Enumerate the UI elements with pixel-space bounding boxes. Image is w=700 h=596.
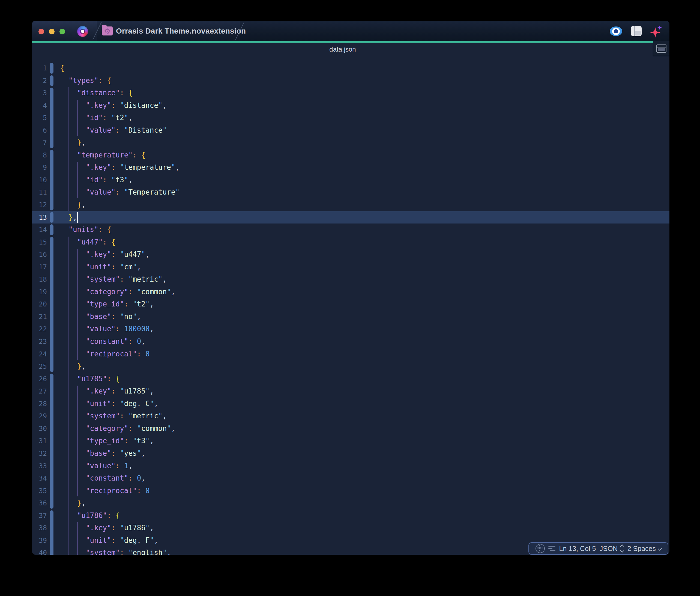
code-line-9[interactable]: 9 ".key": "temperature", bbox=[32, 161, 670, 174]
line-number[interactable]: 40 bbox=[32, 547, 47, 555]
code-line-24[interactable]: 24 "reciprocal": 0 bbox=[32, 348, 670, 361]
line-number[interactable]: 22 bbox=[32, 323, 47, 336]
code-line-18[interactable]: 18 "system": "metric", bbox=[32, 273, 670, 286]
line-number[interactable]: 14 bbox=[32, 224, 47, 236]
code-line-8[interactable]: 8 "temperature": { bbox=[32, 149, 670, 162]
line-number[interactable]: 37 bbox=[32, 510, 47, 522]
line-number[interactable]: 26 bbox=[32, 373, 47, 385]
code-line-11[interactable]: 11 "value": "Temperature" bbox=[32, 186, 670, 199]
line-number[interactable]: 10 bbox=[32, 174, 47, 187]
code-line-12[interactable]: 12 }, bbox=[32, 199, 670, 211]
code-line-30[interactable]: 30 "category": "common", bbox=[32, 422, 670, 435]
line-number[interactable]: 24 bbox=[32, 348, 47, 361]
code-line-5[interactable]: 5 "id": "t2", bbox=[32, 111, 670, 124]
line-number[interactable]: 34 bbox=[32, 472, 47, 485]
code-token bbox=[133, 474, 137, 482]
line-number[interactable]: 32 bbox=[32, 447, 47, 460]
minimize-button[interactable] bbox=[49, 29, 55, 34]
code-line-38[interactable]: 38 ".key": "u1786", bbox=[32, 522, 670, 534]
status-bar[interactable]: Ln 13, Col 5 JSON 2 Spaces bbox=[528, 542, 668, 555]
code-line-21[interactable]: 21 "base": "no", bbox=[32, 311, 670, 323]
zoom-button[interactable] bbox=[59, 29, 65, 34]
code-line-35[interactable]: 35 "reciprocal": 0 bbox=[32, 485, 670, 497]
line-number[interactable]: 5 bbox=[32, 111, 47, 124]
toggle-panel-icon[interactable] bbox=[631, 26, 642, 36]
code-token: : bbox=[111, 387, 116, 395]
line-number[interactable]: 2 bbox=[32, 74, 47, 87]
line-number[interactable]: 8 bbox=[32, 149, 47, 162]
code-line-36[interactable]: 36 }, bbox=[32, 497, 670, 510]
line-number[interactable]: 38 bbox=[32, 522, 47, 534]
code-line-37[interactable]: 37 "u1786": { bbox=[32, 510, 670, 522]
code-line-16[interactable]: 16 ".key": "u447", bbox=[32, 248, 670, 261]
line-number[interactable]: 11 bbox=[32, 186, 47, 199]
line-number[interactable]: 15 bbox=[32, 236, 47, 249]
close-button[interactable] bbox=[38, 29, 44, 34]
line-number[interactable]: 12 bbox=[32, 199, 47, 211]
line-number[interactable]: 31 bbox=[32, 435, 47, 447]
code-line-26[interactable]: 26 "u1785": { bbox=[32, 373, 670, 385]
code-token: " bbox=[120, 250, 124, 258]
editor-split-button[interactable] bbox=[653, 41, 670, 56]
code-token: : bbox=[128, 424, 133, 432]
code-line-33[interactable]: 33 "value": 1, bbox=[32, 460, 670, 472]
code-line-19[interactable]: 19 "category": "common", bbox=[32, 286, 670, 298]
line-number[interactable]: 21 bbox=[32, 311, 47, 323]
line-number[interactable]: 27 bbox=[32, 385, 47, 398]
line-summary-icon[interactable] bbox=[548, 546, 555, 551]
titlebar[interactable]: ⚙ Orrasis Dark Theme.novaextension bbox=[32, 21, 670, 41]
code-editor[interactable]: 1{2 "types": {3 "distance": {4 ".key": "… bbox=[32, 56, 670, 555]
line-number[interactable]: 19 bbox=[32, 286, 47, 298]
line-number[interactable]: 23 bbox=[32, 336, 47, 348]
code-line-20[interactable]: 20 "type_id": "t2", bbox=[32, 298, 670, 311]
line-number[interactable]: 36 bbox=[32, 497, 47, 510]
code-line-32[interactable]: 32 "base": "yes", bbox=[32, 447, 670, 460]
code-line-7[interactable]: 7 }, bbox=[32, 136, 670, 149]
line-number[interactable]: 35 bbox=[32, 485, 47, 497]
code-line-2[interactable]: 2 "types": { bbox=[32, 74, 670, 87]
line-number[interactable]: 13 bbox=[32, 211, 47, 224]
line-number[interactable]: 29 bbox=[32, 410, 47, 422]
code-line-15[interactable]: 15 "u447": { bbox=[32, 236, 670, 249]
code-token bbox=[60, 313, 86, 321]
line-number[interactable]: 4 bbox=[32, 99, 47, 112]
tab-data-json[interactable]: data.json bbox=[329, 46, 356, 53]
line-number[interactable]: 33 bbox=[32, 460, 47, 472]
code-line-34[interactable]: 34 "constant": 0, bbox=[32, 472, 670, 485]
line-number[interactable]: 16 bbox=[32, 248, 47, 261]
line-number[interactable]: 9 bbox=[32, 161, 47, 174]
line-number[interactable]: 1 bbox=[32, 62, 47, 74]
line-number[interactable]: 20 bbox=[32, 298, 47, 311]
line-number[interactable]: 6 bbox=[32, 124, 47, 137]
line-number[interactable]: 17 bbox=[32, 261, 47, 273]
code-token bbox=[60, 536, 86, 544]
code-token: "reciprocal" bbox=[86, 487, 137, 495]
code-line-13[interactable]: 13 }, bbox=[32, 211, 670, 224]
code-line-10[interactable]: 10 "id": "t3", bbox=[32, 174, 670, 187]
code-line-31[interactable]: 31 "type_id": "t3", bbox=[32, 435, 670, 447]
line-number[interactable]: 7 bbox=[32, 136, 47, 149]
language-selector[interactable]: JSON bbox=[600, 545, 624, 553]
line-number[interactable]: 28 bbox=[32, 398, 47, 410]
line-number[interactable]: 39 bbox=[32, 534, 47, 547]
line-number[interactable]: 18 bbox=[32, 273, 47, 286]
code-line-14[interactable]: 14 "units": { bbox=[32, 224, 670, 236]
code-line-27[interactable]: 27 ".key": "u1785", bbox=[32, 385, 670, 398]
code-line-29[interactable]: 29 "system": "metric", bbox=[32, 410, 670, 422]
code-line-17[interactable]: 17 "unit": "cm", bbox=[32, 261, 670, 273]
ai-sparkles-icon[interactable] bbox=[650, 26, 662, 37]
line-number[interactable]: 3 bbox=[32, 87, 47, 99]
line-number[interactable]: 25 bbox=[32, 360, 47, 373]
line-number[interactable]: 30 bbox=[32, 422, 47, 435]
preview-eye-icon[interactable] bbox=[610, 26, 622, 36]
code-line-6[interactable]: 6 "value": "Distance" bbox=[32, 124, 670, 137]
code-line-22[interactable]: 22 "value": 100000, bbox=[32, 323, 670, 336]
code-line-3[interactable]: 3 "distance": { bbox=[32, 87, 670, 99]
symbol-grid-icon[interactable] bbox=[536, 544, 545, 553]
code-line-1[interactable]: 1{ bbox=[32, 62, 670, 74]
code-line-28[interactable]: 28 "unit": "deg. C", bbox=[32, 398, 670, 410]
code-line-4[interactable]: 4 ".key": "distance", bbox=[32, 99, 670, 112]
code-line-25[interactable]: 25 }, bbox=[32, 360, 670, 373]
code-line-23[interactable]: 23 "constant": 0, bbox=[32, 336, 670, 348]
indentation-selector[interactable]: 2 Spaces bbox=[627, 545, 661, 553]
